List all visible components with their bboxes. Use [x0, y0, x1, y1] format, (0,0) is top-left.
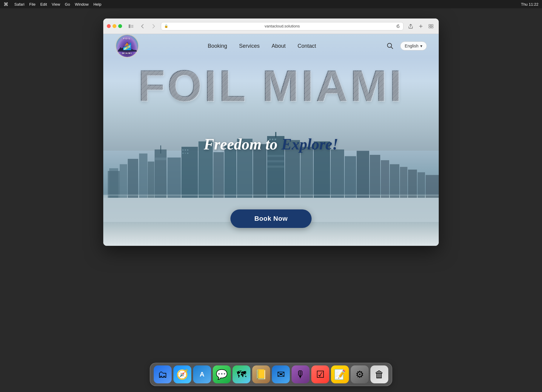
url-text: vantacloud.solutions [170, 24, 394, 28]
menubar: ⌘ Safari File Edit View Go Window Help T… [0, 0, 542, 8]
svg-rect-59 [103, 195, 439, 196]
apple-menu-icon[interactable]: ⌘ [4, 1, 8, 7]
dock-finder-icon[interactable]: 🗂 [154, 365, 172, 383]
nav-contact[interactable]: Contact [298, 43, 316, 49]
svg-rect-12 [120, 164, 127, 198]
svg-rect-38 [381, 160, 389, 198]
tagline-explore: Explore! [281, 136, 338, 153]
svg-rect-28 [267, 160, 284, 162]
sidebar-toggle-button[interactable] [127, 22, 135, 30]
hero-tagline: Freedom to Explore! [103, 135, 439, 153]
svg-rect-19 [167, 158, 181, 198]
svg-rect-5 [431, 24, 433, 26]
menubar-time: Thu 11:22 [521, 2, 538, 7]
dock-mail-icon[interactable]: ✉ [272, 365, 290, 383]
dock-messages-icon[interactable]: 💬 [213, 365, 231, 383]
menubar-edit[interactable]: Edit [40, 2, 47, 7]
svg-rect-42 [418, 172, 425, 198]
svg-rect-11 [108, 171, 120, 198]
language-chevron-icon: ▾ [420, 44, 422, 48]
forward-button[interactable] [150, 22, 158, 30]
dock-notes-icon[interactable]: 📝 [331, 365, 349, 383]
close-button[interactable] [107, 24, 111, 28]
nav-services[interactable]: Services [239, 43, 260, 49]
nav-links: Booking Services About Contact [139, 43, 385, 49]
svg-rect-15 [148, 162, 154, 198]
svg-rect-22 [213, 152, 224, 198]
svg-line-61 [391, 47, 393, 49]
svg-rect-1 [131, 25, 133, 26]
city-skyline [103, 115, 439, 222]
logo[interactable]: FOIL 🏄 MIAMI [115, 34, 139, 58]
menubar-right: Thu 11:22 [521, 2, 538, 7]
dock-safari-icon[interactable]: 🧭 [173, 365, 191, 383]
menubar-go[interactable]: Go [65, 2, 70, 7]
back-button[interactable] [138, 22, 147, 30]
address-bar[interactable]: 🔒 vantacloud.solutions [161, 22, 404, 30]
nav-booking[interactable]: Booking [208, 43, 227, 49]
book-now-button[interactable]: Book Now [230, 209, 312, 228]
hero-title-section: FOIL MIAMI [103, 64, 439, 108]
tagline-freedom: Freedom to [204, 136, 281, 153]
browser-actions [406, 22, 435, 30]
svg-rect-40 [400, 167, 407, 198]
svg-rect-43 [426, 175, 439, 198]
traffic-lights [107, 24, 122, 28]
svg-rect-39 [390, 164, 399, 198]
menubar-file[interactable]: File [29, 2, 36, 7]
language-label: English [405, 44, 418, 48]
menubar-safari[interactable]: Safari [14, 2, 24, 7]
svg-rect-16 [155, 149, 167, 198]
nav-right: English ▾ [385, 41, 427, 51]
website-content: FOIL 🏄 MIAMI Booking Services About Cont… [103, 34, 439, 246]
nav-about[interactable]: About [272, 43, 286, 49]
svg-rect-6 [429, 27, 431, 28]
svg-rect-32 [301, 147, 313, 198]
logo-text-bottom: MIAMI [122, 52, 132, 55]
svg-rect-3 [131, 27, 133, 28]
svg-rect-20 [181, 147, 198, 198]
svg-rect-36 [357, 151, 369, 198]
svg-rect-37 [370, 155, 380, 198]
menubar-view[interactable]: View [52, 2, 60, 7]
browser-window: 🔒 vantacloud.solutions [103, 18, 439, 246]
search-button[interactable] [385, 41, 395, 51]
svg-rect-0 [129, 24, 130, 28]
minimize-button[interactable] [113, 24, 116, 28]
reload-icon[interactable] [396, 24, 400, 28]
logo-person-silhouette: 🏄 [123, 42, 132, 50]
share-button[interactable] [406, 22, 415, 30]
dock-reminders-icon[interactable]: ☑ [311, 365, 329, 383]
svg-rect-14 [139, 154, 147, 198]
browser-toolbar: 🔒 vantacloud.solutions [103, 18, 439, 34]
dock-podcasts-icon[interactable]: 🎙 [292, 365, 310, 383]
menubar-window[interactable]: Window [75, 2, 89, 7]
ssl-lock-icon: 🔒 [164, 24, 168, 28]
svg-rect-23 [224, 146, 236, 198]
dock-system-preferences-icon[interactable]: ⚙ [351, 365, 369, 383]
logo-text-top: FOIL [123, 37, 131, 40]
svg-rect-13 [128, 159, 138, 198]
fullscreen-button[interactable] [118, 24, 122, 28]
svg-rect-7 [431, 27, 433, 28]
svg-rect-41 [408, 170, 417, 198]
logo-inner: FOIL 🏄 MIAMI [116, 35, 138, 57]
dock: 🗂 🧭 A 💬 🗺 📒 ✉ 🎙 ☑ 📝 ⚙ 🗑 [150, 363, 392, 386]
hero-title-text: FOIL MIAMI [103, 64, 439, 108]
dock-maps-icon[interactable]: 🗺 [232, 365, 250, 383]
site-nav: FOIL 🏄 MIAMI Booking Services About Cont… [103, 34, 439, 58]
svg-rect-17 [155, 158, 166, 160]
svg-rect-29 [267, 166, 284, 168]
svg-rect-35 [345, 156, 356, 198]
dock-appstore-icon[interactable]: A [193, 365, 211, 383]
language-selector[interactable]: English ▾ [400, 41, 427, 50]
svg-rect-4 [429, 24, 431, 26]
tab-overview-button[interactable] [427, 22, 435, 30]
new-tab-button[interactable] [417, 22, 425, 30]
svg-rect-34 [331, 149, 344, 198]
dock-contacts-icon[interactable]: 📒 [252, 365, 270, 383]
svg-rect-27 [267, 155, 284, 157]
cta-section: Book Now [103, 209, 439, 228]
dock-trash-icon[interactable]: 🗑 [370, 365, 388, 383]
menubar-help[interactable]: Help [93, 2, 101, 7]
